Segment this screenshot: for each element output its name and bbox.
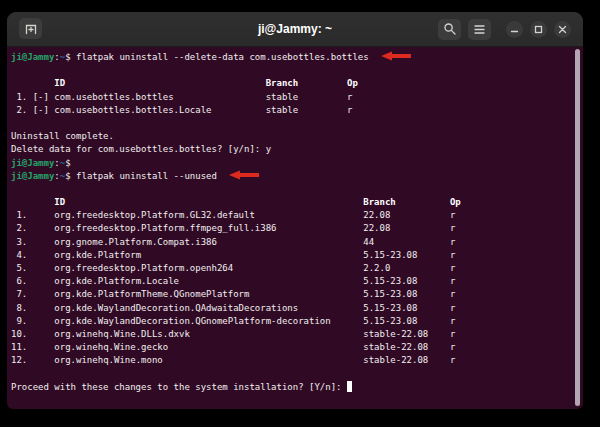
- terminal-window: ji@Jammy: ~: [7, 12, 583, 409]
- search-button[interactable]: [438, 19, 461, 40]
- close-icon: [557, 24, 568, 35]
- terminal-line: 12. org.winehq.Wine.mono stable-22.08 r: [11, 354, 583, 367]
- minimize-button[interactable]: [506, 21, 523, 38]
- terminal-line: 3. org.gnome.Platform.Compat.i386 44 r: [11, 236, 583, 249]
- terminal-line: 11. org.winehq.Wine.gecko stable-22.08 r: [11, 341, 583, 354]
- terminal-line: [11, 183, 583, 196]
- terminal-line: 4. org.kde.Platform 5.15-23.08 r: [11, 249, 583, 262]
- terminal-line: 2. org.freedesktop.Platform.ffmpeg_full.…: [11, 222, 583, 235]
- terminal-line: ji@Jammy:~$ flatpak uninstall --unused: [11, 170, 583, 183]
- terminal-line: 6. org.kde.Platform.Locale 5.15-23.08 r: [11, 275, 583, 288]
- terminal-line: ID Branch Op: [11, 196, 583, 209]
- maximize-icon: [533, 24, 544, 35]
- terminal-line: [11, 64, 583, 77]
- terminal-line: Delete data for com.usebottles.bottles? …: [11, 143, 583, 156]
- maximize-button[interactable]: [530, 21, 547, 38]
- terminal-body[interactable]: ji@Jammy:~$ flatpak uninstall --delete-d…: [7, 46, 583, 409]
- titlebar-actions: [438, 12, 571, 46]
- terminal-line: 1. org.freedesktop.Platform.GL32.default…: [11, 209, 583, 222]
- close-button[interactable]: [554, 21, 571, 38]
- minimize-icon: [509, 24, 520, 35]
- terminal-line: 9. org.kde.WaylandDecoration.QGnomePlatf…: [11, 315, 583, 328]
- terminal-line: 10. org.winehq.Wine.DLLs.dxvk stable-22.…: [11, 328, 583, 341]
- terminal-line: 1. [-] com.usebottles.bottles stable r: [11, 91, 583, 104]
- terminal-line: [11, 117, 583, 130]
- red-arrow-left-icon: [381, 51, 411, 61]
- scrollbar[interactable]: [575, 49, 580, 406]
- hamburger-menu-icon: [473, 24, 486, 35]
- red-arrow-left-icon: [229, 170, 259, 180]
- terminal-line: ID Branch Op: [11, 77, 583, 90]
- terminal-line: ji@Jammy:~$: [11, 157, 583, 170]
- terminal-line: 7. org.kde.PlatformTheme.QGnomePlatform …: [11, 288, 583, 301]
- terminal-line: ji@Jammy:~$ flatpak uninstall --delete-d…: [11, 51, 583, 64]
- search-icon: [443, 22, 457, 36]
- terminal-cursor: [347, 381, 352, 392]
- titlebar: ji@Jammy: ~: [7, 12, 583, 47]
- terminal-line: Uninstall complete.: [11, 130, 583, 143]
- terminal-line: 2. [-] com.usebottles.bottles.Locale sta…: [11, 104, 583, 117]
- menu-button[interactable]: [468, 19, 491, 40]
- terminal-line: 5. org.freedesktop.Platform.openh264 2.2…: [11, 262, 583, 275]
- terminal-line: 8. org.kde.WaylandDecoration.QAdwaitaDec…: [11, 302, 583, 315]
- terminal-line: [11, 368, 583, 381]
- terminal-line: Proceed with these changes to the system…: [11, 381, 583, 394]
